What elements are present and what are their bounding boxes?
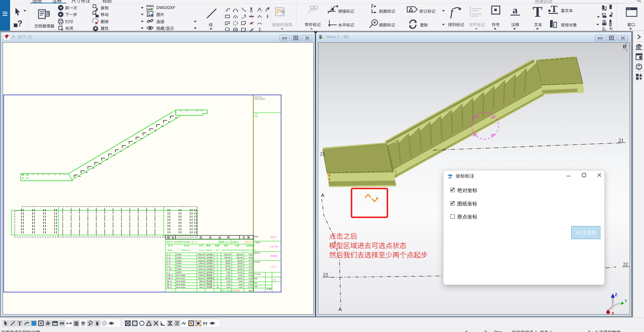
svg-text:GRADE: GRADE <box>206 249 212 251</box>
svg-text:PL4*1500: PL4*1500 <box>176 286 185 288</box>
svg-text:53.81: 53.81 <box>237 277 243 279</box>
svg-text:Z: Z <box>615 292 617 297</box>
svg-text:L--1: L--1 <box>166 271 170 273</box>
svg-text:B: B <box>623 44 626 49</box>
svg-text:C--1: C--1 <box>166 254 170 256</box>
svg-text:0.00: 0.00 <box>238 283 243 285</box>
svg-text:31.65: 31.65 <box>237 271 243 273</box>
svg-text:C20A: C20A <box>176 260 181 262</box>
svg-text:280.0: 280.0 <box>199 280 205 282</box>
svg-text:7: 7 <box>217 271 218 273</box>
svg-text:1500.0: 1500.0 <box>198 277 205 279</box>
svg-text:f: f <box>450 6 455 18</box>
svg-text:PL4*1500: PL4*1500 <box>176 283 185 285</box>
svg-text:17.41: 17.41 <box>248 286 253 288</box>
svg-text:1500.0: 1500.0 <box>198 271 205 273</box>
svg-text:23.06: 23.06 <box>225 268 231 270</box>
svg-text:23.06: 23.06 <box>225 260 231 262</box>
svg-text:stair: stair <box>255 115 258 117</box>
svg-text:Down-GT2: Down-GT2 <box>254 96 262 98</box>
svg-text:A: A <box>321 192 324 198</box>
svg-text:100.46: 100.46 <box>224 254 231 256</box>
svg-text:C20A: C20A <box>176 254 181 256</box>
svg-text:Q235B: Q235B <box>206 262 213 264</box>
svg-text:0.00: 0.00 <box>238 274 243 276</box>
svg-text:L50*4: L50*4 <box>176 271 182 273</box>
svg-text:0.00: 0.00 <box>226 286 230 288</box>
svg-text:23.06: 23.06 <box>237 268 243 270</box>
svg-text:441.2: 441.2 <box>199 286 205 288</box>
svg-text:0.00: 0.00 <box>238 280 243 282</box>
svg-text:1768.8: 1768.8 <box>198 274 205 276</box>
svg-text:C--6: C--6 <box>166 265 170 267</box>
svg-text:0.00: 0.00 <box>226 274 230 276</box>
svg-text:406.25: 406.25 <box>245 241 251 243</box>
svg-text:5.30: 5.30 <box>249 274 253 276</box>
svg-text:1142.4: 1142.4 <box>198 260 205 262</box>
svg-text:1: 1 <box>217 262 218 264</box>
svg-text:C20A: C20A <box>176 265 181 267</box>
svg-text:100.46: 100.46 <box>236 257 243 259</box>
svg-text:1: 1 <box>217 265 218 267</box>
svg-text:L(mm): L(mm) <box>199 249 204 251</box>
svg-text:T: T <box>533 4 542 18</box>
svg-text:1784.0: 1784.0 <box>198 262 205 264</box>
svg-text:21: 21 <box>619 137 624 143</box>
svg-text:22: 22 <box>323 272 328 277</box>
svg-text:0.73: 0.73 <box>249 260 253 262</box>
svg-text:165.2: 165.2 <box>199 283 205 285</box>
svg-text:3.02: 3.02 <box>249 254 253 256</box>
svg-text:PTB--4: PTB--4 <box>166 277 173 279</box>
svg-text:38.69: 38.69 <box>237 262 243 264</box>
svg-text:0.00: 0.00 <box>226 283 230 285</box>
svg-text:0.73: 0.73 <box>249 268 253 270</box>
svg-text:TEKLA STRUCT: TEKLA STRUCT <box>254 98 266 100</box>
svg-text:Q235B: Q235B <box>206 254 213 256</box>
svg-text:C--2: C--2 <box>166 257 170 259</box>
svg-text:100.46: 100.46 <box>224 257 231 259</box>
svg-text:4.52: 4.52 <box>226 271 230 273</box>
svg-text:35.06: 35.06 <box>225 265 231 267</box>
svg-text:39.2: 39.2 <box>249 290 253 292</box>
svg-text:100.46: 100.46 <box>236 254 243 256</box>
svg-text:X: X <box>611 311 614 315</box>
svg-text:1: 1 <box>217 268 218 270</box>
svg-text:1.12: 1.12 <box>249 262 253 264</box>
svg-text:3.34: 3.34 <box>249 277 253 279</box>
svg-text:Q235B: Q235B <box>206 271 213 273</box>
svg-text:PL4*1500: PL4*1500 <box>176 280 185 282</box>
svg-text:1: 1 <box>217 277 218 279</box>
svg-text:TB--4: TB--4 <box>166 286 172 288</box>
svg-text:PL4*1500: PL4*1500 <box>176 274 185 276</box>
svg-text:MARK: MARK <box>167 249 172 251</box>
svg-text:1:25: 1:25 <box>267 288 271 290</box>
svg-text:0.82: 0.82 <box>249 280 253 282</box>
svg-text:GT--1: GT--1 <box>271 266 277 268</box>
svg-text:1.00: 1.00 <box>249 265 253 267</box>
svg-text:1: 1 <box>217 274 218 276</box>
svg-text:1: 1 <box>217 260 218 262</box>
svg-text:1: 1 <box>217 280 218 282</box>
svg-text:22: 22 <box>623 262 628 267</box>
svg-text:2.02: 2.02 <box>249 271 253 273</box>
svg-text:Q235B: Q235B <box>206 265 213 267</box>
svg-text:1619.0: 1619.0 <box>198 265 205 267</box>
svg-text:35.06: 35.06 <box>237 265 243 267</box>
svg-text:23.06: 23.06 <box>237 260 243 262</box>
svg-text:C20A: C20A <box>176 268 181 270</box>
svg-text:1: 1 <box>217 254 218 256</box>
svg-text:0.00: 0.00 <box>226 280 230 282</box>
svg-text:1: 1 <box>217 283 218 285</box>
svg-text:406.25: 406.25 <box>233 289 240 292</box>
svg-text:21: 21 <box>320 151 325 157</box>
svg-text:Q235B: Q235B <box>206 257 213 259</box>
svg-text:PTB--2: PTB--2 <box>166 274 173 276</box>
svg-text:38.69: 38.69 <box>225 262 231 264</box>
svg-text:C--4: C--4 <box>166 262 170 264</box>
svg-text:53.81: 53.81 <box>225 277 231 279</box>
svg-text:SIZE(mm): SIZE(mm) <box>181 249 190 251</box>
svg-text:Q235B: Q235B <box>206 260 213 262</box>
svg-text:C20A: C20A <box>176 262 181 264</box>
svg-text:TOTAL WT(kg: TOTAL WT(kg <box>232 249 244 251</box>
svg-text:A: A <box>338 306 342 312</box>
